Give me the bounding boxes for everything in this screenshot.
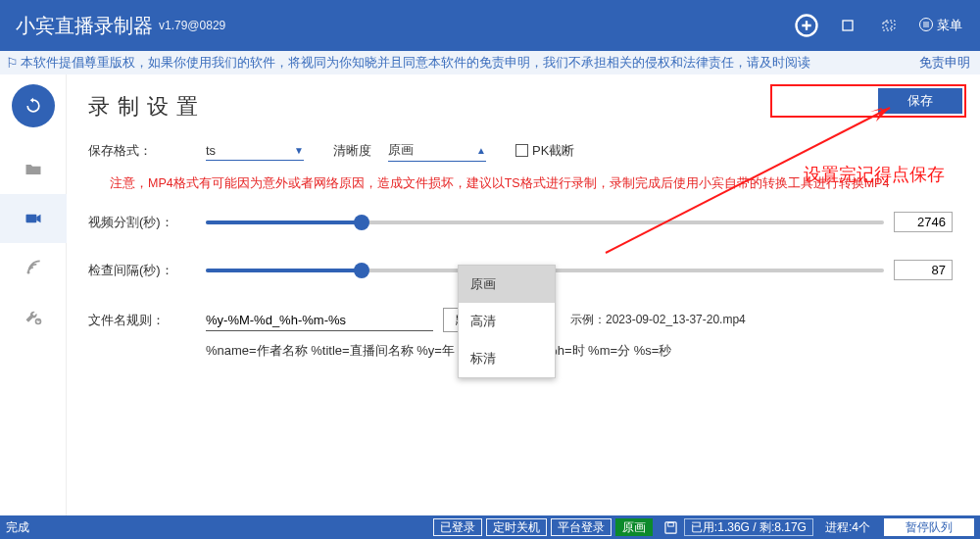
banner-text: 本软件提倡尊重版权，如果你使用我们的软件，将视同为你知晓并且同意本软件的免责申明… xyxy=(21,55,810,72)
record-icon-button[interactable] xyxy=(786,6,827,45)
filename-label: 文件名规则： xyxy=(88,312,206,329)
check-value-input[interactable] xyxy=(894,260,953,280)
save-button[interactable]: 保存 xyxy=(878,88,962,114)
quality-option-0[interactable]: 原画 xyxy=(459,266,555,303)
disk-icon xyxy=(664,521,677,534)
split-value-input[interactable] xyxy=(894,212,953,232)
filename-input[interactable] xyxy=(206,310,433,331)
quality-select[interactable]: 原画 ▲ xyxy=(388,139,486,162)
page-title: 录制设置 xyxy=(88,92,953,122)
filename-example: 示例：2023-09-02_13-37-20.mp4 xyxy=(570,312,746,328)
filename-legend: %name=作者名称 %title=直播间名称 %y=年 %M=月 %d=日 %… xyxy=(206,342,953,360)
quality-option-2[interactable]: 标清 xyxy=(459,340,555,377)
disclaimer-link[interactable]: 免责申明 xyxy=(919,55,970,72)
status-logged-in[interactable]: 已登录 xyxy=(433,518,482,536)
status-shutdown[interactable]: 定时关机 xyxy=(486,518,547,536)
statusbar: 完成 已登录 定时关机 平台登录 原画 已用:1.36G / 剩:8.17G 进… xyxy=(0,515,980,539)
app-title: 小宾直播录制器 xyxy=(16,13,153,39)
hamburger-icon xyxy=(919,18,933,34)
chevron-down-icon: ▼ xyxy=(294,145,304,156)
sidebar-network[interactable] xyxy=(0,243,67,292)
quality-option-1[interactable]: 高清 xyxy=(459,303,555,340)
sidebar-folder[interactable] xyxy=(0,145,67,194)
quality-value: 原画 xyxy=(388,141,414,159)
pk-cutoff-checkbox[interactable]: PK截断 xyxy=(515,142,574,160)
split-slider[interactable] xyxy=(206,215,884,230)
pk-cutoff-label: PK截断 xyxy=(532,142,574,160)
quality-label: 清晰度 xyxy=(333,142,388,160)
titlebar: 小宾直播录制器 v1.79@0829 菜单 xyxy=(0,0,980,51)
format-value: ts xyxy=(206,143,216,158)
flag-icon: ⚐ xyxy=(6,55,19,71)
format-select[interactable]: ts ▼ xyxy=(206,141,304,161)
main-panel: 保存 录制设置 保存格式： ts ▼ 清晰度 原画 ▲ PK截断 注 xyxy=(67,74,980,515)
svg-point-6 xyxy=(26,271,29,274)
restore-button[interactable] xyxy=(868,6,909,45)
sidebar-record[interactable] xyxy=(0,194,67,243)
status-platform-login[interactable]: 平台登录 xyxy=(551,518,612,536)
maximize-button[interactable] xyxy=(827,6,868,45)
svg-rect-5 xyxy=(25,215,36,222)
warning-text: 注意，MP4格式有可能因为意外或者网络原因，造成文件损坏，建议以TS格式进行录制… xyxy=(110,175,953,192)
status-quality-chip[interactable]: 原画 xyxy=(615,518,653,536)
svg-rect-10 xyxy=(665,521,676,532)
status-left: 完成 xyxy=(6,519,29,536)
pause-queue-button[interactable]: 暂停队列 xyxy=(884,518,974,536)
chevron-up-icon: ▲ xyxy=(476,145,486,156)
svg-rect-3 xyxy=(886,21,895,28)
app-version: v1.79@0829 xyxy=(159,19,225,32)
back-button[interactable] xyxy=(12,84,55,127)
sidebar-tools[interactable] xyxy=(0,292,67,341)
status-processes: 进程:4个 xyxy=(825,519,870,536)
format-label: 保存格式： xyxy=(88,142,206,160)
checkbox-box xyxy=(515,144,528,157)
split-label: 视频分割(秒)： xyxy=(88,214,206,231)
quality-dropdown: 原画 高清 标清 xyxy=(458,265,556,378)
disclaimer-banner: ⚐ 本软件提倡尊重版权，如果你使用我们的软件，将视同为你知晓并且同意本软件的免责… xyxy=(0,51,980,74)
svg-rect-11 xyxy=(668,522,674,526)
check-label: 检查间隔(秒)： xyxy=(88,262,206,279)
sidebar xyxy=(0,74,67,515)
menu-button[interactable]: 菜单 xyxy=(909,17,972,34)
status-usage: 已用:1.36G / 剩:8.17G xyxy=(684,518,813,536)
svg-rect-2 xyxy=(883,23,892,30)
svg-rect-1 xyxy=(843,21,853,30)
menu-label: 菜单 xyxy=(937,17,962,34)
